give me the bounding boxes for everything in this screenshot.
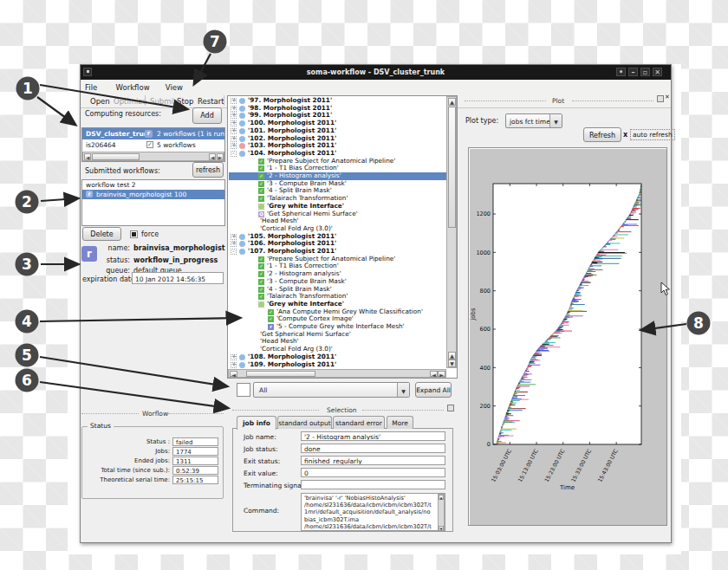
menu-view[interactable]: View: [166, 83, 183, 92]
plot-type-combobox[interactable]: jobs fct time ▼: [505, 113, 562, 128]
tree-scroll-left2-icon[interactable]: ◄: [430, 371, 438, 377]
toolbar-stop[interactable]: Stop: [177, 97, 193, 106]
auto-refresh-checkbox[interactable]: x: [623, 131, 627, 139]
status-group-title: Status: [88, 422, 114, 430]
expand-icon[interactable]: +: [231, 234, 237, 240]
resource-info: 5 workflows: [157, 139, 196, 151]
command-scrollbar[interactable]: ▲ ▼: [438, 494, 445, 530]
expiration-date-input[interactable]: 10 Jan 2012 14:56:35: [132, 272, 224, 284]
tree-scroll-down-icon[interactable]: ▼: [448, 359, 456, 367]
workflow-row[interactable]: workflow test 2: [82, 180, 224, 190]
tree-scroll-up2-icon[interactable]: ▲: [448, 352, 456, 359]
job-field-label: Terminating signal:: [244, 482, 305, 489]
refresh-workflows-button[interactable]: refresh: [192, 162, 224, 178]
tab-job-info[interactable]: job info: [237, 416, 276, 430]
job-field-value[interactable]: [301, 480, 445, 489]
red-circle-icon: [239, 143, 245, 149]
expand-icon[interactable]: +: [231, 120, 237, 126]
selection-dock-float-icon[interactable]: [447, 405, 454, 411]
title-bar[interactable]: soma-workflow - DSV_cluster_trunk • – ▫ …: [81, 65, 671, 80]
add-resource-button[interactable]: Add: [192, 107, 222, 124]
window-close-icon[interactable]: ✕: [653, 68, 662, 76]
workflow-dock-line2: [168, 413, 224, 414]
plot-refresh-button[interactable]: Refresh: [583, 127, 621, 142]
resource-hscroll-thumb[interactable]: [92, 153, 140, 160]
expand-icon[interactable]: +: [231, 143, 237, 149]
filter-checkbox[interactable]: [237, 383, 250, 397]
submitted-workflows-label: Submitted workflows:: [85, 167, 160, 175]
force-checkbox[interactable]: [130, 230, 138, 238]
tree-scroll-up-icon[interactable]: ▲: [448, 98, 456, 106]
resource-row[interactable]: is206464✓5 workflows: [82, 139, 224, 151]
expand-icon[interactable]: +: [231, 362, 237, 368]
computing-resources-list[interactable]: DSV_cluster_trunkr2 workflows (1 is runn…: [81, 127, 225, 162]
auto-refresh-label[interactable]: auto refresh: [630, 129, 675, 140]
blue-circle-icon: [239, 249, 245, 255]
command-textarea[interactable]: 'brainvisa' '-r' 'NobiasHistoAnalysis' /…: [301, 493, 445, 531]
plot-type-chevron-down-icon[interactable]: ▼: [549, 114, 562, 127]
tree-row[interactable]: ✓'3 - Compute Brain Mask': [229, 180, 446, 188]
green-check-icon: ✓: [258, 287, 264, 293]
delete-workflow-button[interactable]: Delete: [82, 227, 121, 241]
window-maximize-icon[interactable]: ▫: [640, 68, 650, 76]
status-label: Jobs:: [52, 448, 170, 455]
job-field-value[interactable]: 0: [301, 468, 445, 477]
expand-icon[interactable]: +: [231, 354, 237, 360]
command-scroll-down-icon[interactable]: ▼: [439, 526, 444, 531]
status-label: Total time (since sub.):: [52, 467, 170, 474]
expand-icon[interactable]: +: [231, 136, 237, 142]
tree-scroll-right-icon[interactable]: ►: [438, 371, 445, 377]
resource-info: 2 workflows (1 is running: [157, 128, 225, 139]
tree-scroll-left-icon[interactable]: ◄: [230, 371, 237, 377]
menu-file[interactable]: File: [85, 83, 97, 92]
plot-dock-float-icon[interactable]: [657, 95, 664, 102]
filter-combobox[interactable]: All ▼: [253, 382, 410, 398]
expand-icon[interactable]: +: [231, 241, 237, 247]
plot-dock-close-icon[interactable]: ✕: [665, 94, 670, 100]
resource-scroll-right-icon[interactable]: ►: [217, 153, 224, 160]
tree-hscrollbar[interactable]: ◄ ◄ ►: [228, 369, 446, 378]
window-minimize-icon[interactable]: –: [628, 68, 638, 76]
job-field-value[interactable]: '2 - Histogram analysis': [301, 431, 445, 441]
callout-circle-5: [16, 344, 39, 367]
tree-item-label: '109. Morphologist 2011': [248, 361, 336, 369]
collapse-icon[interactable]: -: [231, 249, 237, 255]
toolbar-open[interactable]: Open: [90, 97, 110, 106]
command-scroll-up-icon[interactable]: ▲: [439, 495, 444, 500]
resource-checkbox[interactable]: ✓: [146, 141, 153, 148]
svg-text:800: 800: [480, 288, 491, 295]
tree-row[interactable]: +'109. Morphologist 2011': [229, 361, 446, 369]
menu-workflow[interactable]: Workflow: [116, 83, 150, 92]
expand-all-button[interactable]: Expand All: [415, 382, 452, 398]
green-check-icon: ✓: [258, 159, 264, 165]
detail-label: status:: [0, 256, 130, 264]
collapse-icon[interactable]: -: [231, 151, 237, 157]
resource-scroll-left2-icon[interactable]: ◄: [209, 153, 216, 160]
callout-circle-4: [16, 310, 39, 334]
tab-More[interactable]: More: [387, 416, 413, 429]
resource-scroll-left-icon[interactable]: ◄: [84, 153, 91, 160]
tree-vscrollbar[interactable]: ▲ ▲ ▼: [446, 96, 457, 368]
green-circle-icon: [258, 204, 264, 210]
tree-hscroll-thumb[interactable]: [246, 371, 315, 377]
expand-icon[interactable]: +: [231, 98, 237, 104]
window-pin-icon[interactable]: •: [616, 68, 626, 76]
workflow-row[interactable]: rbrainvisa_morphologist 100: [82, 190, 224, 199]
chevron-down-icon[interactable]: ▼: [397, 383, 409, 397]
tree-vscroll-thumb[interactable]: [448, 107, 456, 228]
job-field-label: Job status:: [244, 445, 278, 453]
resource-hscrollbar[interactable]: ◄◄►: [82, 152, 224, 161]
resource-row[interactable]: DSV_cluster_trunkr2 workflows (1 is runn…: [82, 128, 224, 139]
tree-row[interactable]: ✓'3 - Compute Brain Mask': [229, 278, 446, 286]
toolbar-restart[interactable]: Restart: [198, 97, 224, 106]
expand-icon[interactable]: +: [231, 128, 237, 134]
expand-icon[interactable]: +: [231, 106, 237, 112]
job-field-value[interactable]: done: [301, 444, 445, 453]
svg-text:15:23:00 UTC: 15:23:00 UTC: [543, 448, 566, 483]
submitted-workflows-list[interactable]: workflow test 2rbrainvisa_morphologist 1…: [81, 179, 225, 226]
svg-text:600: 600: [480, 326, 491, 333]
job-field-value[interactable]: finished_regularly: [301, 456, 445, 465]
expand-icon[interactable]: +: [231, 113, 237, 119]
tab-standard-error[interactable]: standard error: [333, 416, 385, 429]
tab-standard-output[interactable]: standard output: [277, 416, 332, 429]
